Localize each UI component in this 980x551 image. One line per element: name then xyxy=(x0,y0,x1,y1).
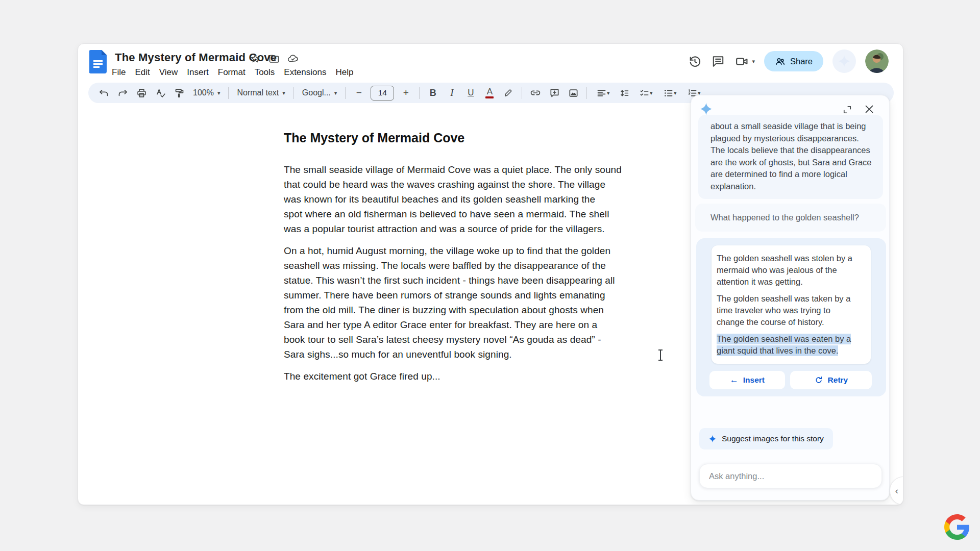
menu-bar: File Edit View Insert Format Tools Exten… xyxy=(107,66,358,79)
insert-button-label: Insert xyxy=(743,375,765,385)
gemini-response-block: The golden seashell was stolen by a merm… xyxy=(696,238,886,396)
star-icon[interactable] xyxy=(250,53,261,64)
google-docs-icon[interactable] xyxy=(89,50,107,73)
toolbar-divider xyxy=(522,87,522,99)
cloud-saved-icon[interactable] xyxy=(287,53,299,64)
underline-button[interactable]: U xyxy=(461,84,480,102)
menu-extensions[interactable]: Extensions xyxy=(279,66,331,79)
menu-view[interactable]: View xyxy=(155,66,183,79)
document-paragraph: On a hot, humid August morning, the vill… xyxy=(284,243,662,362)
document-paragraph: The small seaside village of Mermaid Cov… xyxy=(284,162,662,236)
retry-button-label: Retry xyxy=(828,375,848,385)
ask-anything-input[interactable] xyxy=(699,464,882,488)
text-cursor xyxy=(660,350,661,360)
gemini-context-message: about a small seaside village that is be… xyxy=(698,115,883,199)
redo-button[interactable] xyxy=(113,84,132,102)
gemini-button[interactable] xyxy=(832,49,856,73)
italic-button[interactable]: I xyxy=(443,84,461,102)
highlight-color-button[interactable] xyxy=(499,84,518,102)
toolbar-divider xyxy=(293,87,294,99)
response-actions: ← Insert Retry xyxy=(696,364,886,389)
desktop: The Mystery of Mermaid Cove xyxy=(0,0,980,551)
chevron-left-icon: ‹ xyxy=(895,485,898,496)
user-question: What happened to the golden seashell? xyxy=(695,204,886,232)
gemini-sparkle-faded-icon xyxy=(838,55,851,68)
toolbar-divider xyxy=(345,87,346,99)
video-camera-icon xyxy=(734,54,749,68)
share-button-label: Share xyxy=(790,57,813,66)
gemini-response-card: The golden seashell was stolen by a merm… xyxy=(712,245,871,364)
insert-image-button[interactable] xyxy=(564,84,582,102)
menu-file[interactable]: File xyxy=(107,66,130,79)
decrease-font-size-button[interactable]: − xyxy=(350,84,368,102)
google-docs-window: The Mystery of Mermaid Cove xyxy=(78,43,903,505)
menu-edit[interactable]: Edit xyxy=(130,66,154,79)
line-spacing-button[interactable] xyxy=(615,84,633,102)
font-value: Googl... xyxy=(302,88,331,97)
close-panel-icon[interactable] xyxy=(864,104,875,115)
menu-help[interactable]: Help xyxy=(331,66,358,79)
menu-tools[interactable]: Tools xyxy=(250,66,280,79)
increase-font-size-button[interactable]: + xyxy=(397,84,415,102)
chevron-down-icon: ▾ xyxy=(217,90,220,96)
paragraph-style-select[interactable]: Normal text ▾ xyxy=(233,84,289,102)
document-heading: The Mystery of Mermaid Cove xyxy=(284,131,662,145)
header-actions: ▾ Share xyxy=(688,49,889,73)
align-button[interactable]: ▾ xyxy=(591,84,615,102)
menu-format[interactable]: Format xyxy=(213,66,250,79)
chevron-down-icon: ▾ xyxy=(650,90,653,96)
join-call-control[interactable]: ▾ xyxy=(734,54,755,68)
add-comment-button[interactable] xyxy=(545,84,564,102)
toolbar-divider xyxy=(419,87,420,99)
move-folder-icon[interactable] xyxy=(268,53,280,64)
checklist-button[interactable]: ▾ xyxy=(634,84,657,102)
chevron-down-icon: ▾ xyxy=(282,90,285,96)
insert-button[interactable]: ← Insert xyxy=(709,371,785,389)
user-avatar[interactable] xyxy=(865,49,889,73)
response-option-selected[interactable]: The golden seashell was eaten by a giant… xyxy=(717,333,865,357)
gemini-side-panel: about a small seaside village that is be… xyxy=(691,95,890,500)
document-paragraph: The excitement got Grace fired up... xyxy=(284,369,662,384)
text-color-swatch xyxy=(485,96,494,98)
bulleted-list-button[interactable]: ▾ xyxy=(658,84,681,102)
toolbar-divider xyxy=(228,87,229,99)
chevron-down-icon: ▾ xyxy=(607,90,610,96)
chevron-down-icon: ▾ xyxy=(752,59,755,64)
google-logo xyxy=(944,514,970,540)
zoom-value: 100% xyxy=(193,88,214,97)
sparkle-icon xyxy=(708,435,717,443)
font-size-input[interactable]: 14 xyxy=(371,86,394,101)
undo-button[interactable] xyxy=(94,84,113,102)
menu-insert[interactable]: Insert xyxy=(182,66,213,79)
toolbar-divider xyxy=(586,87,587,99)
suggestion-chip-label: Suggest images for this story xyxy=(722,434,824,443)
collapse-panel-handle[interactable]: ‹ xyxy=(890,477,903,505)
paint-format-button[interactable] xyxy=(170,84,188,102)
chevron-down-icon: ▾ xyxy=(334,90,337,96)
gemini-sparkle-icon xyxy=(699,102,713,116)
style-value: Normal text xyxy=(237,88,279,97)
people-icon xyxy=(775,56,786,67)
suggestion-chip[interactable]: Suggest images for this story xyxy=(699,428,833,449)
font-select[interactable]: Googl... ▾ xyxy=(298,84,341,102)
spell-check-button[interactable] xyxy=(151,84,169,102)
response-option[interactable]: The golden seashell was stolen by a merm… xyxy=(717,253,865,288)
text-color-button[interactable]: A xyxy=(480,84,499,102)
zoom-select[interactable]: 100% ▾ xyxy=(189,84,224,102)
left-arrow-icon: ← xyxy=(730,375,739,385)
insert-link-button[interactable] xyxy=(526,84,545,102)
share-button[interactable]: Share xyxy=(764,51,823,71)
version-history-icon[interactable] xyxy=(688,54,702,68)
print-button[interactable] xyxy=(132,84,151,102)
retry-button[interactable]: Retry xyxy=(790,371,872,389)
title-actions xyxy=(250,53,299,64)
chevron-down-icon: ▾ xyxy=(674,90,677,96)
bold-button[interactable]: B xyxy=(424,84,442,102)
response-option[interactable]: The golden seashell was taken by a time … xyxy=(717,293,865,328)
document-canvas[interactable]: The Mystery of Mermaid Cove The small se… xyxy=(284,131,662,391)
refresh-icon xyxy=(814,375,823,385)
comments-icon[interactable] xyxy=(711,54,725,68)
expand-panel-icon[interactable] xyxy=(842,105,852,115)
